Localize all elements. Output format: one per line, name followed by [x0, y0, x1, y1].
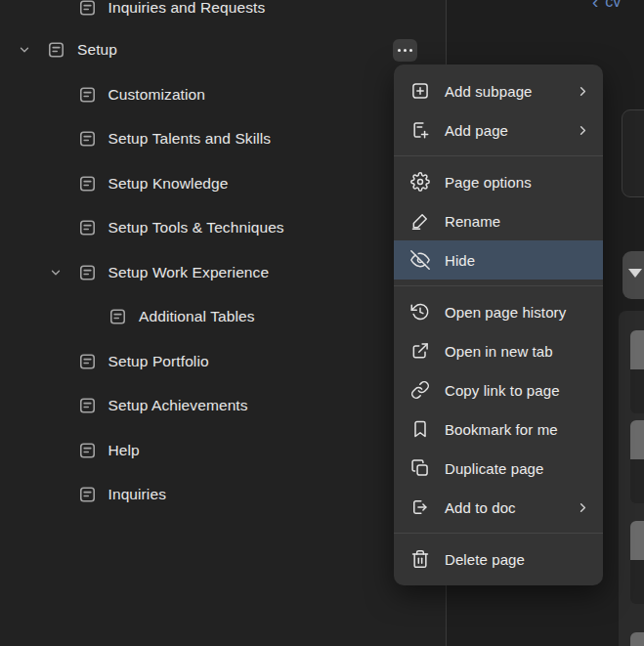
breadcrumb-back-link[interactable]: ‹ cv: [592, 0, 621, 11]
sidebar-item-label: Inquiries and Requests: [108, 0, 266, 17]
chevron-down-icon[interactable]: [49, 266, 63, 280]
menu-item-label: Add subpage: [445, 83, 533, 100]
card-cover: [630, 420, 644, 459]
menu-item-rename[interactable]: Rename: [394, 201, 603, 240]
ellipsis-icon: [404, 49, 407, 52]
sidebar-item-label: Setup Work Experience: [108, 264, 270, 281]
page-icon: [78, 130, 97, 149]
card-body: [630, 560, 644, 604]
ellipsis-icon: [398, 49, 401, 52]
sidebar-item-label: Help: [108, 442, 140, 459]
sidebar-page-tree: Inquiries and RequestsSetupCustomization…: [0, 0, 446, 646]
sidebar-item-inquiries[interactable]: Inquiries: [0, 478, 446, 511]
sidebar-item-label: Setup Tools & Techniques: [108, 219, 284, 237]
page-icon: [78, 0, 97, 18]
sidebar-item-customization[interactable]: Customization: [0, 78, 446, 111]
add-subpage-icon: [410, 81, 430, 101]
page-icon: [78, 353, 97, 371]
menu-item-duplicate-page[interactable]: Duplicate page: [394, 449, 603, 488]
partial-card: [630, 420, 644, 503]
sidebar-item-setup-achievements[interactable]: Setup Achievements: [0, 389, 446, 422]
menu-item-open-in-new-tab[interactable]: Open in new tab: [394, 331, 603, 370]
breadcrumb-label: cv: [605, 0, 621, 11]
page-icon: [78, 486, 97, 504]
menu-item-label: Add page: [445, 122, 508, 139]
menu-item-bookmark-for-me[interactable]: Bookmark for me: [394, 409, 603, 449]
card-cover: [630, 521, 644, 560]
sidebar-item-inquiries-and-requests[interactable]: Inquiries and Requests: [0, 0, 446, 24]
menu-item-label: Copy link to page: [445, 382, 560, 399]
sidebar-item-setup-tools-and-techniques[interactable]: Setup Tools & Techniques: [0, 211, 446, 244]
sidebar-item-label: Setup Talents and Skills: [108, 130, 272, 148]
page-icon: [78, 175, 97, 194]
sidebar-item-label: Setup: [77, 41, 117, 59]
menu-separator: [394, 285, 603, 286]
sidebar-item-setup[interactable]: Setup: [0, 33, 446, 66]
menu-item-label: Rename: [445, 213, 500, 230]
menu-item-label: Hide: [445, 252, 475, 269]
sidebar-item-additional-tables[interactable]: Additional Tables: [0, 300, 446, 333]
ellipsis-icon: [409, 49, 412, 52]
page-context-menu: Add subpageAdd pagePage optionsRenameHid…: [394, 65, 603, 585]
page-icon: [78, 442, 97, 460]
partial-card: [630, 521, 644, 604]
sidebar-item-label: Setup Knowledge: [108, 175, 229, 193]
card-body: [630, 369, 644, 413]
page-icon: [78, 397, 97, 415]
sidebar-item-help[interactable]: Help: [0, 434, 446, 467]
filter-triangle-icon: [628, 269, 642, 278]
card-cover: [630, 632, 644, 646]
menu-item-delete-page[interactable]: Delete page: [394, 539, 603, 579]
partial-card: [630, 632, 644, 646]
chevron-right-icon: [577, 85, 589, 98]
menu-item-add-to-doc[interactable]: Add to doc: [394, 488, 603, 527]
add-page-icon: [410, 120, 430, 140]
history-icon: [410, 302, 430, 322]
menu-item-copy-link-to-page[interactable]: Copy link to page: [394, 370, 603, 409]
sidebar-item-setup-work-experience[interactable]: Setup Work Experience: [0, 256, 446, 289]
partial-card: [630, 330, 644, 413]
sidebar-item-label: Customization: [108, 86, 206, 104]
link-icon: [410, 380, 430, 400]
menu-item-label: Add to doc: [445, 499, 516, 516]
menu-item-hide[interactable]: Hide: [394, 240, 603, 280]
sidebar-item-label: Setup Portfolio: [108, 353, 209, 370]
page-icon: [78, 219, 97, 237]
menu-item-add-page[interactable]: Add page: [394, 110, 603, 150]
menu-item-open-page-history[interactable]: Open page history: [394, 292, 603, 331]
partial-cards-panel: [619, 311, 644, 646]
menu-separator: [394, 533, 603, 534]
menu-item-label: Open page history: [445, 304, 566, 321]
menu-item-label: Delete page: [445, 551, 525, 568]
menu-item-label: Open in new tab: [445, 343, 553, 360]
menu-separator: [394, 155, 603, 156]
chevron-down-icon[interactable]: [18, 43, 31, 57]
page-more-options-button[interactable]: [393, 39, 417, 62]
card-cover: [630, 330, 644, 369]
sidebar-item-setup-talents-and-skills[interactable]: Setup Talents and Skills: [0, 122, 446, 155]
chevron-right-icon: [577, 501, 589, 514]
external-link-icon: [410, 341, 430, 361]
sidebar-item-label: Inquiries: [108, 486, 167, 503]
sidebar-item-label: Setup Achievements: [108, 397, 248, 414]
pencil-icon: [410, 211, 430, 231]
sidebar-item-label: Additional Tables: [139, 308, 255, 325]
trash-icon: [410, 549, 430, 569]
menu-item-label: Duplicate page: [445, 460, 543, 477]
menu-item-add-subpage[interactable]: Add subpage: [394, 71, 603, 110]
menu-item-page-options[interactable]: Page options: [394, 162, 603, 201]
add-to-doc-icon: [410, 497, 430, 517]
duplicate-icon: [410, 458, 430, 478]
menu-item-label: Bookmark for me: [445, 421, 558, 438]
chevron-left-icon: ‹: [592, 0, 598, 11]
bookmark-icon: [410, 419, 430, 439]
card-body: [630, 459, 644, 503]
chevron-right-icon: [577, 124, 589, 137]
sidebar-item-setup-portfolio[interactable]: Setup Portfolio: [0, 345, 446, 378]
partial-outlined-card: [622, 109, 644, 197]
filter-button[interactable]: [623, 251, 644, 299]
sidebar-item-setup-knowledge[interactable]: Setup Knowledge: [0, 167, 446, 200]
menu-item-label: Page options: [445, 174, 532, 191]
page-icon: [78, 86, 97, 105]
gear-icon: [410, 172, 430, 192]
